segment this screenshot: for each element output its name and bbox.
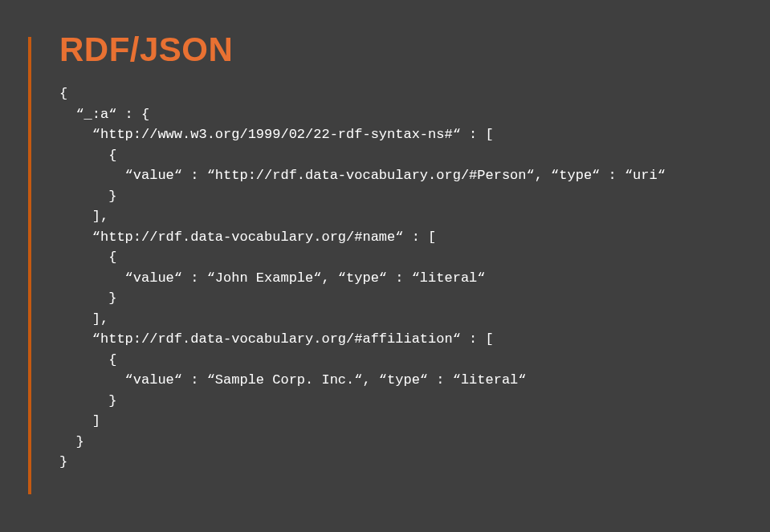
accent-bar [28, 37, 31, 494]
code-block: { “_:a“ : { “http://www.w3.org/1999/02/2… [59, 83, 714, 473]
slide-title: RDF/JSON [59, 30, 714, 69]
slide: RDF/JSON { “_:a“ : { “http://www.w3.org/… [0, 0, 770, 532]
